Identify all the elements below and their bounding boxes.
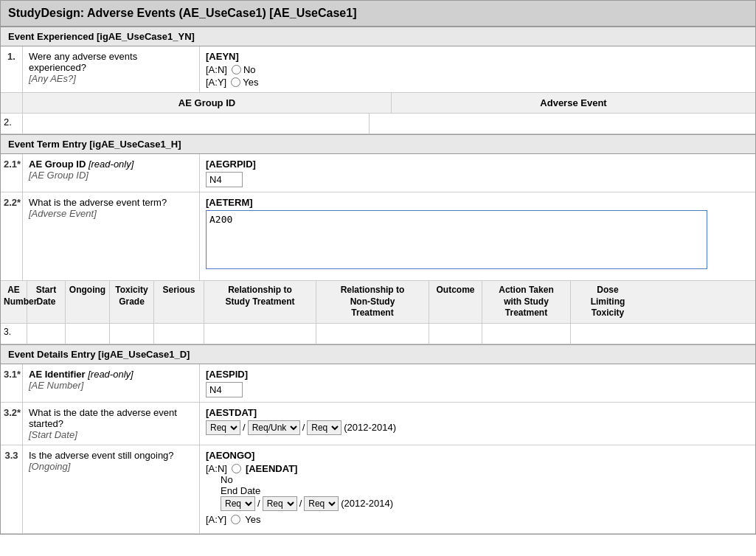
row-2: 2. <box>1 114 755 134</box>
row-33-aeendat-label: [AEENDAT] <box>246 463 298 474</box>
td-3-rel-study <box>204 324 316 344</box>
aeendat-year-range: (2012-2014) <box>341 498 393 509</box>
row-31-content: [AESPID] <box>200 364 755 402</box>
td-3-start <box>27 324 66 344</box>
row-32-content: [AESTDAT] Req / Req/Unk / Req (2012-2014… <box>200 403 755 445</box>
row-1-label-text: Were any adverse events experienced? <box>29 51 137 73</box>
row-33-no-text: No <box>221 474 749 485</box>
row-33-date-group: Req / Req / Req (2012-2014) <box>221 496 749 511</box>
row-1-option-y-code: [A:Y] <box>206 77 226 88</box>
row-21-label-suffix: [read-only] <box>89 159 133 170</box>
row-33-no-group: [A:N] [AEENDAT] No End Date Req / Req <box>206 463 749 511</box>
page-title: StudyDesign: Adverse Events (AE_UseCase1… <box>1 1 755 27</box>
row-31-field-code: [AESPID] <box>206 369 749 380</box>
row-3: 3. <box>1 324 755 344</box>
ae-group-id-header: AE Group ID <box>23 93 392 113</box>
section-event-details-entry: Event Details Entry [igAE_UseCase1_D] <box>1 344 755 364</box>
row-32-hint: [Start Date] <box>29 429 77 440</box>
th-outcome: Outcome <box>429 281 482 323</box>
aeendat-day-select[interactable]: Req <box>221 496 255 511</box>
ae-group-header-row: AE Group ID Adverse Event <box>1 93 755 114</box>
th-ongoing: Ongoing <box>66 281 110 323</box>
row-32: 3.2* What is the date the adverse event … <box>1 403 755 445</box>
row-21-label-text: AE Group ID <box>29 159 86 170</box>
row-22-num: 2.2* <box>1 192 23 280</box>
row-1-label: Were any adverse events experienced? [An… <box>23 46 200 92</box>
td-3-tox <box>110 324 154 344</box>
aeendat-year-select[interactable]: Req <box>304 496 339 511</box>
row-21-content: [AEGRPID] <box>200 154 755 192</box>
td-3-ongoing <box>66 324 110 344</box>
th-toxicity: ToxicityGrade <box>110 281 154 323</box>
row-21: 2.1* AE Group ID [read-only] [AE Group I… <box>1 154 755 192</box>
row-21-label: AE Group ID [read-only] [AE Group ID] <box>23 154 200 192</box>
row-32-field-code: [AESTDAT] <box>206 407 749 418</box>
row-2-col-right <box>370 114 755 133</box>
row-33-num: 3.3 <box>1 445 23 533</box>
ae-detail-table-header: AENumber StartDate Ongoing ToxicityGrade… <box>1 281 755 324</box>
row-32-num: 3.2* <box>1 403 23 445</box>
row-1-num: 1. <box>1 46 23 92</box>
radio-no[interactable] <box>232 65 241 74</box>
th-ae-number: AENumber <box>1 281 27 323</box>
row-33-no-details: No End Date Req / Req / Req <box>221 474 749 511</box>
row-22: 2.2* What is the adverse event term? [Ad… <box>1 192 755 281</box>
row-1-radio-group: [A:N] No <box>206 64 749 75</box>
row-22-content: [AETERM] A200 <box>200 192 755 280</box>
aestdat-month-select[interactable]: Req/Unk <box>248 420 300 435</box>
radio-yes-label: Yes <box>243 77 258 88</box>
row-31-label-suffix: [read-only] <box>88 369 133 380</box>
row-21-hint: [AE Group ID] <box>29 170 89 181</box>
row-32-label-text: What is the date the adverse event start… <box>29 407 177 429</box>
row-22-field-code: [AETERM] <box>206 197 749 208</box>
row-2-col-left <box>23 114 370 133</box>
td-3-outcome <box>429 324 482 344</box>
row-21-num: 2.1* <box>1 154 23 192</box>
row-1-content: [AEYN] [A:N] No [A:Y] Yes <box>200 46 755 92</box>
section-event-experienced: Event Experienced [igAE_UseCase1_YN] <box>1 27 755 46</box>
row-1-hint: [Any AEs?] <box>29 73 76 84</box>
row-22-label-text: What is the adverse event term? <box>29 197 167 208</box>
row-1-yes-label[interactable]: Yes <box>231 77 258 88</box>
row-1-radio-group-y: [A:Y] Yes <box>206 77 749 88</box>
row-33-yes-code: [A:Y] <box>206 514 226 525</box>
aeongo-no-radio[interactable] <box>232 464 241 473</box>
row-33-yes-group: [A:Y] Yes <box>206 514 749 525</box>
row-33-content: [AEONGO] [A:N] [AEENDAT] No End Date Req… <box>200 445 755 533</box>
radio-no-label: No <box>243 64 256 75</box>
aeendat-month-select[interactable]: Req <box>263 496 297 511</box>
row-1-field-code: [AEYN] <box>206 51 749 62</box>
row-2-num: 2. <box>1 114 23 133</box>
td-3-action <box>482 324 571 344</box>
th-serious: Serious <box>154 281 204 323</box>
row-33-field-code: [AEONGO] <box>206 450 749 461</box>
aestdat-year-select[interactable]: Req <box>307 420 341 435</box>
aestdat-day-select[interactable]: Req <box>206 420 240 435</box>
row-33-no-code: [A:N] <box>206 463 227 474</box>
radio-yes[interactable] <box>231 77 240 87</box>
row-1-no-label[interactable]: No <box>232 64 256 75</box>
aespid-input[interactable] <box>206 382 243 397</box>
th-start-date: StartDate <box>27 281 66 323</box>
row-33-label: Is the adverse event still ongoing? [Ong… <box>23 445 200 533</box>
row-33-no-radio-row: [A:N] [AEENDAT] <box>206 463 749 474</box>
aestdat-year-range: (2012-2014) <box>344 422 396 433</box>
aeongo-yes-radio[interactable] <box>231 515 240 524</box>
row-31-hint: [AE Number] <box>29 380 83 391</box>
section-event-term-entry: Event Term Entry [igAE_UseCase1_H] <box>1 134 755 154</box>
td-3-serious <box>154 324 204 344</box>
td-3-num: 3. <box>1 324 27 344</box>
row-22-label: What is the adverse event term? [Adverse… <box>23 192 200 280</box>
aegrpid-input[interactable] <box>206 172 243 187</box>
row-1-option-n-code: [A:N] <box>206 64 227 75</box>
aeterm-textarea[interactable]: A200 <box>206 210 707 269</box>
row-1: 1. Were any adverse events experienced? … <box>1 46 755 93</box>
row-33-yes-text: Yes <box>245 514 260 525</box>
td-3-dose <box>571 324 645 344</box>
row-31-label: AE Identifier [read-only] [AE Number] <box>23 364 200 402</box>
th-rel-non: Relationship toNon-StudyTreatment <box>316 281 429 323</box>
row-31-num: 3.1* <box>1 364 23 402</box>
row-33-end-date-label: End Date <box>221 485 749 496</box>
th-dose: DoseLimitingToxicity <box>571 281 645 323</box>
row-21-field-code: [AEGRPID] <box>206 159 749 170</box>
